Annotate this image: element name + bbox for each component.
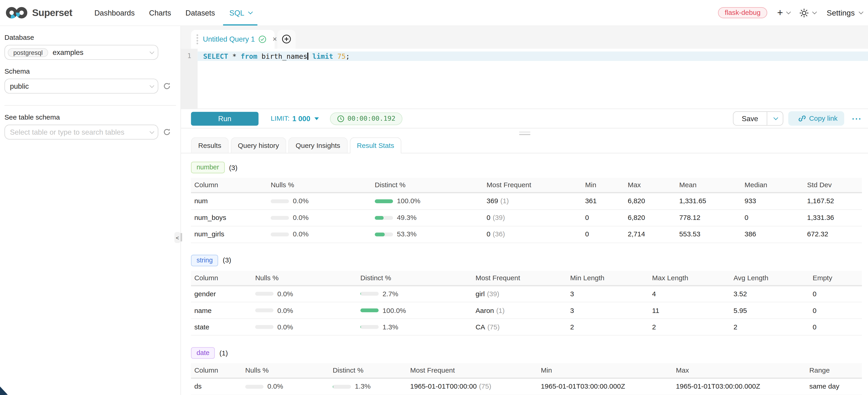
column-header: Std Dev xyxy=(807,178,862,193)
bar-fill xyxy=(375,232,384,236)
stat-value-cell: 361 xyxy=(585,193,628,209)
more-options-button[interactable]: ··· xyxy=(852,114,862,123)
column-header: Column xyxy=(191,270,255,285)
nulls-cell: 0.0% xyxy=(271,209,375,226)
stats-table-date: ColumnNulls %Distinct %Most FrequentMinM… xyxy=(191,363,862,395)
collapse-left-icon: < xyxy=(176,235,179,241)
column-header: Distinct % xyxy=(361,270,475,285)
column-header: Range xyxy=(809,363,862,378)
column-name-cell: num xyxy=(191,193,271,209)
clock-icon xyxy=(337,115,344,122)
nulls-cell: 0.0% xyxy=(255,318,361,335)
most-frequent-count: (39) xyxy=(487,290,499,298)
nav-item-sql[interactable]: SQL xyxy=(222,0,259,25)
stat-value-cell: 2 xyxy=(734,318,812,335)
column-name-cell: ds xyxy=(191,378,245,395)
close-tab-icon[interactable]: × xyxy=(273,35,277,43)
stat-value-cell: 1965-01-01T03:00:00.000Z xyxy=(541,378,676,395)
tab-results[interactable]: Results xyxy=(191,138,228,153)
bar-fill xyxy=(361,308,379,312)
most-frequent-count: (75) xyxy=(479,383,491,390)
stat-value-cell: 1,331.36 xyxy=(807,209,862,226)
refresh-tables-button[interactable] xyxy=(163,128,171,136)
environment-badge: flask-debug xyxy=(718,7,767,18)
percent-label: 0.0% xyxy=(293,231,309,238)
limit-value: 1 000 xyxy=(292,114,310,123)
percent-label: 0.0% xyxy=(293,214,309,221)
new-item-button[interactable]: + xyxy=(777,9,789,17)
refresh-schemas-button[interactable] xyxy=(163,82,171,90)
most-frequent-cell: 369(1) xyxy=(487,193,585,209)
nav-item-datasets[interactable]: Datasets xyxy=(178,0,222,25)
schema-select[interactable]: public xyxy=(4,79,158,93)
save-button[interactable]: Save xyxy=(734,112,766,125)
distinct-cell: 53.3% xyxy=(375,226,487,243)
query-tab[interactable]: Untitled Query 1 × xyxy=(191,30,275,49)
most-frequent-value: 0 xyxy=(487,214,491,221)
column-header: Min xyxy=(585,178,628,193)
superset-logo[interactable]: Superset xyxy=(5,6,72,20)
top-navbar: Superset Dashboards Charts Datasets SQL … xyxy=(0,0,868,26)
bar-track xyxy=(271,232,289,236)
tab-result-stats[interactable]: Result Stats xyxy=(350,138,401,153)
distinct-bar: 100.0% xyxy=(375,197,487,205)
column-header: Median xyxy=(745,178,807,193)
most-frequent-cell: CA(75) xyxy=(475,318,570,335)
plus-icon: + xyxy=(777,9,783,17)
type-count: (3) xyxy=(223,256,231,264)
column-header: Max xyxy=(628,178,679,193)
most-frequent-value: 0 xyxy=(487,231,491,238)
chevron-down-icon xyxy=(812,9,817,14)
pane-gap xyxy=(181,129,868,138)
stat-value-cell: 2,714 xyxy=(628,226,679,243)
sql-token: SELECT xyxy=(203,52,228,60)
percent-label: 100.0% xyxy=(397,197,421,205)
drag-dots-icon xyxy=(196,34,198,44)
stat-value-cell: 1,167.52 xyxy=(807,193,862,209)
type-count: (1) xyxy=(219,349,228,357)
column-header: Column xyxy=(191,363,245,378)
run-button[interactable]: Run xyxy=(191,112,259,125)
table-row: num_boys0.0%49.3%0(39)06,820778.1201,331… xyxy=(191,209,862,226)
settings-menu[interactable]: Settings xyxy=(827,8,862,17)
collapse-sidebar-button[interactable]: < xyxy=(175,232,181,243)
bar-track xyxy=(361,308,379,312)
chevron-down-icon xyxy=(859,9,863,14)
stat-value-cell: 6,820 xyxy=(628,209,679,226)
add-query-tab-button[interactable] xyxy=(277,30,296,49)
sql-token xyxy=(333,52,337,60)
column-name-cell: name xyxy=(191,302,255,318)
column-header: Nulls % xyxy=(255,270,361,285)
most-frequent-count: (75) xyxy=(487,323,500,331)
column-header: Distinct % xyxy=(375,178,487,193)
copy-link-button[interactable]: Copy link xyxy=(788,111,844,126)
sql-token: birth_names xyxy=(257,52,307,60)
theme-toggle-button[interactable] xyxy=(800,8,816,18)
distinct-bar: 1.3% xyxy=(333,383,410,390)
most-frequent-value: girl xyxy=(475,290,485,298)
nav-item-dashboards[interactable]: Dashboards xyxy=(87,0,142,25)
column-name-cell: num_girls xyxy=(191,226,271,243)
sql-editor[interactable]: 1 SELECT * from birth_names limit 75; xyxy=(181,49,868,108)
database-select[interactable]: postgresql examples xyxy=(4,45,158,60)
tab-query-insights[interactable]: Query Insights xyxy=(288,138,347,153)
bar-track xyxy=(375,199,393,203)
save-options-button[interactable] xyxy=(767,112,782,125)
table-select[interactable]: Select table or type to search tables xyxy=(4,125,158,140)
sql-code-line: SELECT * from birth_names limit 75; xyxy=(203,52,350,61)
stats-table-number: ColumnNulls %Distinct %Most FrequentMinM… xyxy=(191,178,862,243)
bar-track xyxy=(255,325,274,329)
percent-label: 2.7% xyxy=(382,290,398,298)
nav-item-charts[interactable]: Charts xyxy=(142,0,178,25)
most-frequent-cell: 0(36) xyxy=(487,226,585,243)
limit-dropdown[interactable]: LIMIT: 1 000 xyxy=(271,114,318,123)
nulls-bar: 0.0% xyxy=(271,231,375,238)
pane-resize-handle[interactable] xyxy=(519,132,530,135)
most-frequent-count: (1) xyxy=(500,197,509,205)
sql-token: limit xyxy=(312,52,333,60)
tab-query-history[interactable]: Query history xyxy=(230,138,286,153)
schema-value: public xyxy=(10,82,29,90)
stat-value-cell: 553.53 xyxy=(679,226,745,243)
result-stats-panel: number(3)ColumnNulls %Distinct %Most Fre… xyxy=(181,153,868,395)
stat-value-cell: 6,820 xyxy=(628,193,679,209)
